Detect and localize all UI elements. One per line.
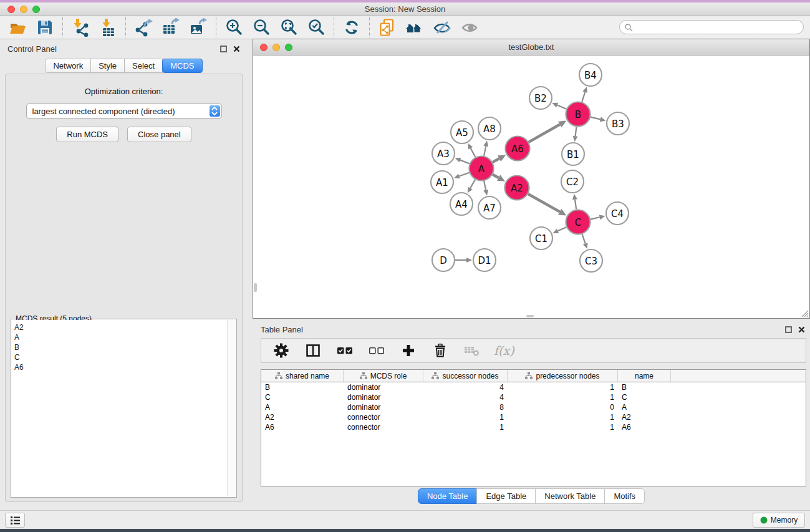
network-vertical-scrollbar[interactable] bbox=[254, 283, 257, 292]
split-panel-button[interactable] bbox=[303, 341, 323, 360]
network-graph[interactable]: B4B2BB3A8A5A6A3B1AA1C2A2A4A7C4CC1C3DD1 bbox=[253, 56, 809, 318]
graph-edge[interactable] bbox=[558, 227, 567, 231]
table-cell[interactable]: connector bbox=[344, 423, 423, 432]
show-all-columns-button[interactable] bbox=[335, 341, 355, 360]
close-panel-button[interactable]: Close panel bbox=[127, 127, 191, 142]
table-cell[interactable]: A2 bbox=[618, 413, 671, 422]
tab-network[interactable]: Network bbox=[45, 59, 91, 73]
show-hide-graphics-button[interactable] bbox=[432, 17, 452, 37]
tab-node-table[interactable]: Node Table bbox=[418, 488, 478, 504]
table-row[interactable]: Bdominator41B bbox=[261, 382, 806, 392]
function-builder-button[interactable]: f(x) bbox=[494, 341, 514, 360]
search-input[interactable] bbox=[619, 20, 804, 34]
table-cell[interactable]: connector bbox=[344, 413, 423, 422]
table-cell[interactable]: A bbox=[261, 403, 344, 412]
table-cell[interactable]: 4 bbox=[423, 393, 508, 402]
memory-button[interactable]: Memory bbox=[753, 513, 805, 528]
optimization-criterion-select[interactable]: largest connected component (directed) bbox=[26, 104, 222, 118]
delete-table-button[interactable] bbox=[462, 341, 482, 360]
resize-grip-icon[interactable] bbox=[801, 309, 809, 317]
table-cell[interactable]: A6 bbox=[618, 423, 671, 432]
table-cell[interactable]: B bbox=[618, 383, 671, 392]
graph-edge[interactable] bbox=[576, 127, 577, 136]
mcds-result-list[interactable]: A2ABCA6 bbox=[12, 320, 227, 496]
network-canvas[interactable]: B4B2BB3A8A5A6A3B1AA1C2A2A4A7C4CC1C3DD1 bbox=[253, 56, 809, 318]
result-list-scrollbar[interactable] bbox=[227, 320, 236, 496]
tab-select[interactable]: Select bbox=[124, 59, 163, 73]
table-cell[interactable]: 8 bbox=[423, 403, 508, 412]
graph-edge[interactable] bbox=[591, 117, 600, 120]
column-header-name[interactable]: name bbox=[618, 370, 671, 382]
table-row[interactable]: A2connector11A2 bbox=[261, 412, 806, 422]
table-cell[interactable]: B bbox=[261, 383, 344, 392]
graph-edge[interactable] bbox=[484, 146, 486, 155]
zoom-out-button[interactable] bbox=[251, 17, 271, 37]
zoom-selected-button[interactable] bbox=[306, 17, 326, 37]
graph-edge[interactable] bbox=[484, 181, 486, 190]
table-row[interactable]: Adominator80A bbox=[261, 402, 806, 412]
import-table-button[interactable] bbox=[98, 17, 118, 37]
run-mcds-button[interactable]: Run MCDS bbox=[56, 127, 118, 142]
table-cell[interactable]: A2 bbox=[261, 413, 344, 422]
graph-edge[interactable] bbox=[591, 217, 600, 219]
graph-edge[interactable] bbox=[493, 158, 499, 162]
show-task-history-button[interactable] bbox=[5, 513, 25, 528]
export-table-button[interactable] bbox=[161, 17, 181, 37]
delete-column-button[interactable] bbox=[430, 341, 450, 360]
graph-edge[interactable] bbox=[582, 92, 585, 102]
table-row[interactable]: A6connector11A6 bbox=[261, 422, 806, 432]
graph-edge[interactable] bbox=[470, 180, 475, 188]
zoom-fit-button[interactable] bbox=[279, 17, 299, 37]
graph-edge[interactable] bbox=[575, 200, 576, 210]
graph-edge[interactable] bbox=[528, 194, 560, 212]
graph-edge[interactable] bbox=[493, 175, 499, 178]
table-settings-button[interactable] bbox=[271, 341, 291, 360]
hide-all-columns-button[interactable] bbox=[367, 341, 387, 360]
table-cell[interactable]: 1 bbox=[423, 423, 508, 432]
result-list-item[interactable]: B bbox=[14, 342, 227, 352]
table-row[interactable]: Cdominator41C bbox=[261, 392, 806, 402]
table-cell[interactable]: 0 bbox=[508, 403, 618, 412]
result-list-item[interactable]: A bbox=[14, 332, 227, 342]
table-cell[interactable]: 1 bbox=[508, 393, 618, 402]
close-table-panel-button[interactable] bbox=[798, 326, 805, 333]
tab-network-table[interactable]: Network Table bbox=[535, 488, 605, 504]
graph-edge[interactable] bbox=[471, 148, 476, 157]
create-column-button[interactable] bbox=[398, 341, 418, 360]
tab-edge-table[interactable]: Edge Table bbox=[476, 488, 536, 504]
table-cell[interactable]: A bbox=[618, 403, 671, 412]
tab-mcds[interactable]: MCDS bbox=[162, 59, 202, 73]
table-cell[interactable]: A6 bbox=[261, 423, 344, 432]
result-list-item[interactable]: A2 bbox=[14, 322, 227, 332]
graph-edge[interactable] bbox=[557, 105, 567, 109]
table-cell[interactable]: 1 bbox=[423, 413, 508, 422]
graph-edge[interactable] bbox=[459, 173, 469, 177]
graph-edge[interactable] bbox=[460, 160, 470, 164]
float-table-panel-button[interactable] bbox=[785, 326, 792, 333]
column-header-predecessor-nodes[interactable]: predecessor nodes bbox=[508, 370, 618, 382]
import-network-button[interactable] bbox=[70, 17, 90, 37]
graph-edge[interactable] bbox=[529, 125, 560, 142]
new-network-from-selection-button[interactable] bbox=[377, 17, 397, 37]
table-cell[interactable]: C bbox=[261, 393, 344, 402]
network-window-titlebar[interactable]: testGlobe.txt bbox=[253, 39, 809, 56]
network-horizontal-scrollbar[interactable] bbox=[526, 315, 534, 317]
column-header-shared-name[interactable]: shared name bbox=[261, 370, 344, 382]
table-cell[interactable]: dominator bbox=[344, 383, 423, 392]
column-header-successor-nodes[interactable]: successor nodes bbox=[423, 370, 508, 382]
tab-style[interactable]: Style bbox=[90, 59, 125, 73]
result-list-item[interactable]: A6 bbox=[14, 362, 227, 372]
column-header-MCDS-role[interactable]: MCDS role bbox=[344, 370, 423, 382]
close-panel-icon-button[interactable] bbox=[233, 46, 240, 52]
table-cell[interactable]: dominator bbox=[344, 403, 423, 412]
tab-motifs[interactable]: Motifs bbox=[604, 488, 645, 504]
table-cell[interactable]: 1 bbox=[508, 413, 618, 422]
result-list-item[interactable]: C bbox=[14, 352, 227, 362]
table-cell[interactable]: 1 bbox=[508, 423, 618, 432]
zoom-in-button[interactable] bbox=[224, 17, 244, 37]
float-panel-button[interactable] bbox=[220, 46, 227, 52]
export-image-button[interactable] bbox=[188, 17, 208, 37]
graph-edge[interactable] bbox=[582, 234, 586, 243]
table-cell[interactable]: C bbox=[618, 393, 671, 402]
table-cell[interactable]: dominator bbox=[344, 393, 423, 402]
